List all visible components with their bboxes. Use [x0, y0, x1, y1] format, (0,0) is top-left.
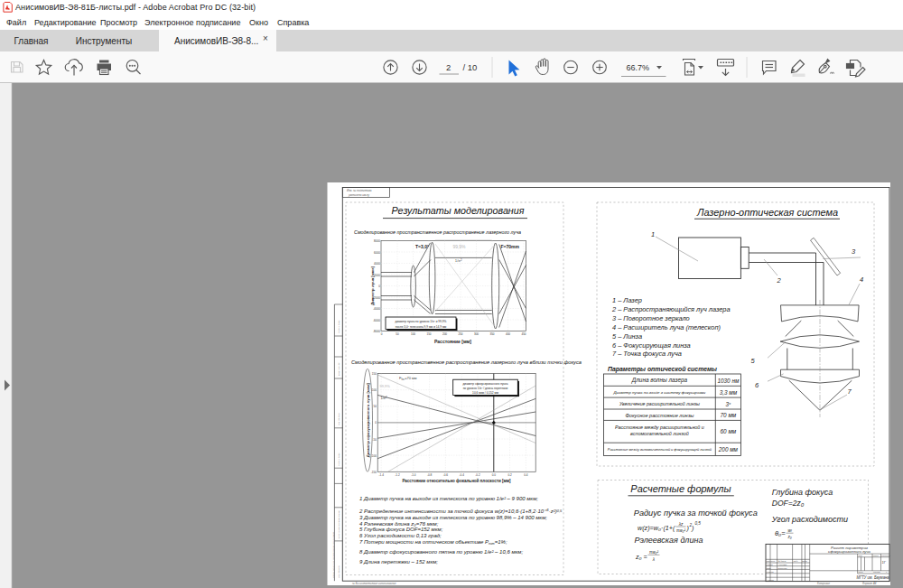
svg-text:-1.4: -1.4	[379, 473, 385, 477]
svg-text:Масса: Масса	[873, 555, 880, 556]
svg-text:Диаметр сфокусированного луча: Диаметр сфокусированного луча [мкм]	[366, 383, 370, 457]
svg-text:Пров.: Пров.	[767, 567, 772, 569]
svg-text:66.7%: 66.7%	[627, 63, 650, 72]
svg-text:АНИС.Э-81Б.Система парам.: АНИС.Э-81Б.Система парам.	[338, 509, 340, 540]
svg-text:Взам. инв. №: Взам. инв. №	[338, 362, 340, 376]
svg-text:2 Распределение интенсивности: 2 Распределение интенсивности за точкой …	[358, 508, 563, 513]
svg-text:250: 250	[458, 332, 462, 336]
svg-text:Инв. № подлинника: Инв. № подлинника	[347, 189, 372, 192]
svg-text:-0.6: -0.6	[443, 473, 449, 477]
svg-text:99,9%: 99,9%	[380, 384, 391, 388]
svg-text:-1.0: -1.0	[411, 473, 416, 477]
svg-text:5 – Линза: 5 – Линза	[612, 332, 642, 341]
svg-text:№ докум.: № докум.	[778, 560, 787, 562]
svg-text:-1.2: -1.2	[395, 473, 400, 477]
svg-text:θ₀=: θ₀=	[775, 529, 786, 537]
svg-text:Результаты моделирования: Результаты моделирования	[392, 205, 525, 216]
svg-text:-0.8: -0.8	[427, 473, 433, 477]
svg-text:Анисимов: Анисимов	[777, 564, 787, 565]
svg-text:-8000: -8000	[373, 330, 380, 333]
svg-text:400: 400	[506, 332, 510, 336]
svg-text:3,3 мм: 3,3 мм	[720, 389, 738, 396]
svg-text:πw₀²: πw₀²	[676, 528, 685, 533]
svg-text:10,6 мкм / 0,152 мм: 10,6 мкм / 0,152 мм	[472, 391, 498, 395]
svg-text:50: 50	[396, 332, 399, 336]
svg-text:-150: -150	[371, 471, 377, 474]
svg-text:Расстояние [мм]: Расстояние [мм]	[434, 339, 471, 344]
svg-text:0: 0	[378, 285, 380, 288]
svg-text:4000: 4000	[374, 262, 380, 266]
svg-text:Лит.: Лит.	[858, 555, 863, 556]
svg-text:450: 450	[521, 332, 526, 336]
svg-text:Инв. № подл.: Инв. № подл.	[338, 565, 340, 578]
svg-text:Лист: Лист	[858, 571, 864, 573]
svg-text:Ширанков: Ширанков	[778, 567, 788, 569]
svg-text:70 мм: 70 мм	[721, 412, 737, 418]
svg-text:Подп. и дата: Подп. и дата	[338, 320, 340, 333]
svg-text:Подп.: Подп.	[794, 560, 799, 562]
svg-text:3 – Поворотное зеркало: 3 – Поворотное зеркало	[612, 314, 690, 322]
svg-text:Копировал: Копировал	[817, 582, 830, 585]
svg-text:z₀ =: z₀ =	[635, 553, 647, 561]
svg-text:Рэлеевская длина: Рэлеевская длина	[635, 536, 703, 545]
svg-text:-100: -100	[371, 454, 377, 458]
svg-text:Дата: Дата	[801, 560, 807, 562]
svg-text:8000: 8000	[374, 239, 380, 243]
svg-text:1 Диаметр пучка на выходе из т: 1 Диаметр пучка на выходе из телескопа п…	[359, 496, 538, 501]
svg-text:60 мм: 60 мм	[721, 428, 737, 434]
svg-text:Параметры оптической системы: Параметры оптической системы	[608, 365, 718, 373]
svg-text:4 Рэлеевская длина z₀=76 мкм;: 4 Рэлеевская длина z₀=76 мкм;	[359, 521, 439, 527]
svg-text:Разраб.: Разраб.	[767, 564, 774, 565]
svg-text:Радиус пучка за точкой фокуса: Радиус пучка за точкой фокуса	[634, 509, 758, 518]
svg-text:T=3,0x: T=3,0x	[415, 244, 429, 249]
svg-text:0.4: 0.4	[524, 473, 528, 477]
svg-text:Расстояние между расширительно: Расстояние между расширительной и	[615, 425, 704, 430]
svg-text:200: 200	[442, 332, 447, 336]
svg-text:50: 50	[374, 405, 377, 408]
svg-text:2: 2	[777, 276, 782, 285]
svg-text:Изм Лист: Изм Лист	[767, 560, 776, 562]
svg-text:100: 100	[372, 388, 377, 392]
svg-text:-50: -50	[373, 438, 377, 442]
svg-text:150: 150	[426, 332, 431, 336]
svg-text:МГТУ им. Баумана: МГТУ им. Баумана	[857, 575, 889, 580]
svg-text:Увеличение расширительной линз: Увеличение расширительной линзы	[619, 401, 700, 406]
svg-text:Справ. Эл-во 4.05 Чертёж парам: Справ. Эл-во 4.05 Чертёж парам. Луч Об м…	[332, 531, 334, 578]
svg-text:150: 150	[372, 372, 377, 376]
svg-text:8 Диаметр сфокусированного пят: 8 Диаметр сфокусированного пятна по уров…	[359, 549, 523, 555]
svg-text:200 мм: 200 мм	[718, 446, 739, 453]
svg-text:Диаметр пучка на входе в систе: Диаметр пучка на входе в систему фокусир…	[612, 390, 705, 395]
svg-text:Формат А4: Формат А4	[862, 582, 877, 585]
svg-text:Диаметр луча [мкм]: Диаметр луча [мкм]	[370, 266, 375, 304]
svg-text:0,5: 0,5	[695, 521, 702, 526]
svg-text:Расстояние относительно фокаль: Расстояние относительно фокальной плоско…	[402, 478, 511, 483]
svg-text:300: 300	[474, 332, 479, 336]
svg-text:диаметр пучка по уровню 1/e²: диаметр пучка по уровню 1/e² и 99,9%	[396, 320, 447, 323]
svg-text:Глубина фокуса: Глубина фокуса	[772, 488, 833, 497]
svg-text:Н.контр.: Н.контр.	[767, 579, 775, 581]
svg-text:0: 0	[381, 332, 383, 336]
svg-text:Масштаб: Масштаб	[881, 555, 891, 556]
svg-text:z₀: z₀	[787, 535, 791, 539]
svg-text:πw₀²: πw₀²	[649, 550, 658, 555]
svg-text:Расчетные формулы: Расчетные формулы	[630, 483, 731, 494]
svg-text:6 – Фокусирующая линза: 6 – Фокусирующая линза	[612, 341, 691, 350]
svg-text:Т.контр.: Т.контр.	[767, 571, 775, 573]
svg-text:№ Би соответствие использовани: № Би соответствие использования	[352, 582, 396, 585]
svg-text:4: 4	[860, 275, 863, 284]
svg-text:Смоделированное пространственн: Смоделированное пространственное распрос…	[354, 229, 521, 235]
svg-text:6000: 6000	[374, 251, 380, 255]
svg-text:Длина волны лазера: Длина волны лазера	[631, 377, 688, 384]
svg-text:-0.2: -0.2	[475, 473, 480, 477]
svg-text:0.2: 0.2	[507, 473, 512, 477]
svg-text:/ 10: / 10	[463, 62, 478, 72]
svg-text:Угол расходимости: Угол расходимости	[771, 515, 848, 524]
svg-text:3 Диаметр пучка на выходе из т: 3 Диаметр пучка на выходе из телескопа п…	[359, 515, 547, 520]
svg-text:1 – Лазер: 1 – Лазер	[612, 296, 642, 304]
svg-text:0.0: 0.0	[492, 473, 497, 477]
svg-text:Инв. № дубл.: Инв. № дубл.	[338, 413, 340, 425]
svg-text:1: 1	[886, 571, 887, 573]
svg-text:по уровню 1/e² / длина перет: по уровню 1/e² / длина перетяжки	[463, 387, 508, 390]
svg-text:0: 0	[375, 421, 377, 425]
svg-text:7 Потери мощности на оптическо: 7 Потери мощности на оптическом объектив…	[359, 539, 507, 546]
